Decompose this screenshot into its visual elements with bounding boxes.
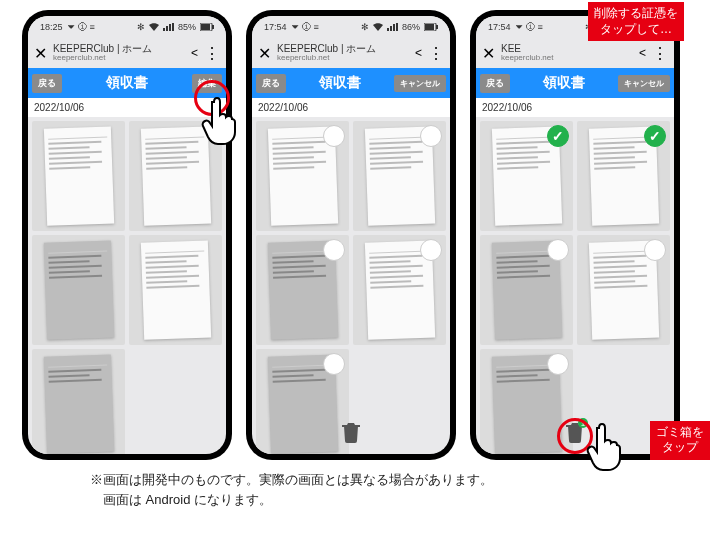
select-circle-checked[interactable]	[547, 125, 569, 147]
battery-text: 85%	[178, 22, 196, 32]
phone-screen: 17:54⏷ ⓘ ≡ ✻ 86% ✕ KEEPERClub | ホームkeepe…	[252, 16, 450, 454]
phone-screen: 17:54⏷ ⓘ ≡ ✻ 86% ✕ KEEkeeperclub.net < ⋮…	[476, 16, 674, 454]
screen-title: 領収書	[510, 74, 618, 92]
trash-icon[interactable]	[341, 421, 361, 443]
date-label: 2022/10/06	[28, 98, 226, 117]
status-bar: 17:54⏷ ⓘ ≡ ✻ 86%	[252, 16, 450, 38]
status-bar: 18:25⏷ ⓘ ≡ ✻ 85%	[28, 16, 226, 38]
bluetooth-icon: ✻	[137, 22, 145, 32]
receipt-thumb[interactable]	[353, 121, 446, 231]
receipt-thumb[interactable]	[32, 349, 125, 454]
close-icon[interactable]: ✕	[258, 44, 271, 63]
browser-bar: ✕ KEEPERClub | ホームkeeperclub.net < ⋮	[252, 38, 450, 68]
select-circle-checked[interactable]	[644, 125, 666, 147]
back-button[interactable]: 戻る	[480, 74, 510, 93]
svg-rect-4	[425, 24, 434, 30]
phone-screen: 18:25⏷ ⓘ ≡ ✻ 85% ✕ KEEPERClub | ホームkeepe…	[28, 16, 226, 454]
receipt-thumb[interactable]	[577, 121, 670, 231]
status-time: 17:54	[488, 22, 511, 32]
more-icon[interactable]: ⋮	[428, 44, 444, 63]
close-icon[interactable]: ✕	[482, 44, 495, 63]
phone-frame: 17:54⏷ ⓘ ≡ ✻ 86% ✕ KEEkeeperclub.net < ⋮…	[470, 10, 680, 460]
title-bar: 戻る 領収書 キャンセル	[252, 68, 450, 98]
receipt-thumb[interactable]	[129, 235, 222, 345]
trash-bar	[252, 418, 450, 446]
phone-row: 18:25⏷ ⓘ ≡ ✻ 85% ✕ KEEPERClub | ホームkeepe…	[0, 0, 710, 464]
status-time: 18:25	[40, 22, 63, 32]
select-circle[interactable]	[323, 353, 345, 375]
callout-top: 削除する証憑を タップして…	[588, 2, 684, 41]
battery-text: 86%	[402, 22, 420, 32]
wifi-icon	[149, 23, 159, 31]
caption-line: 画面は Android になります。	[90, 490, 620, 510]
title-bar: 戻る 領収書 キャンセル	[476, 68, 674, 98]
select-circle[interactable]	[323, 239, 345, 261]
browser-bar: ✕ KEEPERClub | ホームkeeperclub.net < ⋮	[28, 38, 226, 68]
receipt-thumb[interactable]	[353, 235, 446, 345]
hand-pointer-icon	[198, 96, 238, 148]
back-button[interactable]: 戻る	[32, 74, 62, 93]
close-icon[interactable]: ✕	[34, 44, 47, 63]
receipt-thumb[interactable]	[480, 121, 573, 231]
receipt-thumb[interactable]	[577, 235, 670, 345]
cancel-button[interactable]: キャンセル	[618, 75, 670, 92]
select-circle[interactable]	[644, 239, 666, 261]
page-url: keeperclub.net	[277, 54, 409, 62]
bluetooth-icon: ✻	[361, 22, 369, 32]
signal-icon	[163, 23, 174, 31]
receipt-thumb[interactable]	[256, 121, 349, 231]
select-circle[interactable]	[420, 239, 442, 261]
status-time: 17:54	[264, 22, 287, 32]
select-circle[interactable]	[420, 125, 442, 147]
svg-rect-1	[201, 24, 210, 30]
battery-icon	[424, 23, 438, 31]
select-circle[interactable]	[323, 125, 345, 147]
thumbnail-grid	[476, 117, 674, 454]
date-label: 2022/10/06	[252, 98, 450, 117]
edit-button[interactable]: 編集	[192, 74, 222, 93]
more-icon[interactable]: ⋮	[652, 44, 668, 63]
hand-pointer-icon	[583, 422, 623, 474]
page-title: KEE	[501, 43, 521, 54]
receipt-thumb[interactable]	[32, 235, 125, 345]
cancel-button[interactable]: キャンセル	[394, 75, 446, 92]
title-bar: 戻る 領収書 編集	[28, 68, 226, 98]
page-url: keeperclub.net	[53, 54, 185, 62]
signal-icon	[387, 23, 398, 31]
share-icon[interactable]: <	[191, 46, 198, 60]
share-icon[interactable]: <	[639, 46, 646, 60]
receipt-thumb[interactable]	[480, 235, 573, 345]
back-button[interactable]: 戻る	[256, 74, 286, 93]
browser-bar: ✕ KEEkeeperclub.net < ⋮	[476, 38, 674, 68]
select-circle[interactable]	[547, 239, 569, 261]
caption-line: ※画面は開発中のものです。実際の画面とは異なる場合があります。	[90, 470, 620, 490]
svg-rect-5	[436, 25, 438, 29]
page-url: keeperclub.net	[501, 54, 633, 62]
phone-frame: 17:54⏷ ⓘ ≡ ✻ 86% ✕ KEEPERClub | ホームkeepe…	[246, 10, 456, 460]
more-icon[interactable]: ⋮	[204, 44, 220, 63]
select-circle[interactable]	[547, 353, 569, 375]
callout-bottom: ゴミ箱を タップ	[650, 421, 710, 460]
page-title: KEEPERClub | ホーム	[277, 43, 376, 54]
thumbnail-grid	[28, 117, 226, 454]
receipt-thumb[interactable]	[32, 121, 125, 231]
phone-frame: 18:25⏷ ⓘ ≡ ✻ 85% ✕ KEEPERClub | ホームkeepe…	[22, 10, 232, 460]
battery-icon	[200, 23, 214, 31]
screen-title: 領収書	[286, 74, 394, 92]
share-icon[interactable]: <	[415, 46, 422, 60]
svg-rect-2	[212, 25, 214, 29]
receipt-thumb[interactable]	[256, 235, 349, 345]
thumbnail-grid	[252, 117, 450, 454]
page-title: KEEPERClub | ホーム	[53, 43, 152, 54]
date-label: 2022/10/06	[476, 98, 674, 117]
trash-bar: 1	[476, 418, 674, 446]
screen-title: 領収書	[62, 74, 192, 92]
wifi-icon	[373, 23, 383, 31]
